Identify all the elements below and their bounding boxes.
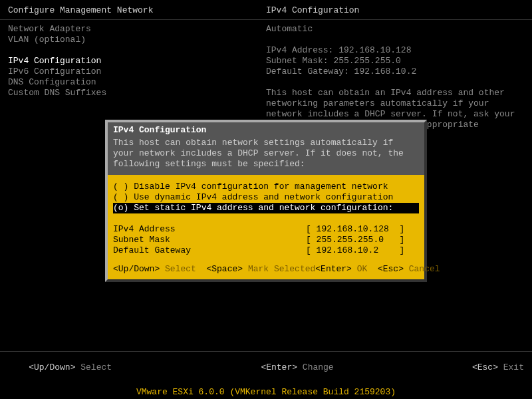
field-ipv4-address[interactable]: IPv4 Address [ 192.168.10.128 ] — [113, 224, 419, 235]
menu-spacer — [8, 45, 266, 56]
menu-item-dns[interactable]: DNS Configuration — [8, 77, 266, 88]
field-default-gateway[interactable]: Default Gateway [ 192.168.10.2 ] — [113, 245, 419, 256]
field-value[interactable]: [ 255.255.255.0 ] — [306, 235, 404, 245]
hint-updown-key: <Up/Down> — [113, 264, 160, 274]
option-marker: ( ) — [113, 182, 128, 192]
header-title-right: IPv4 Configuration — [266, 5, 524, 15]
footer-updown-action: Select — [80, 362, 112, 372]
version-bar: VMware ESXi 6.0.0 (VMKernel Release Buil… — [0, 386, 532, 399]
info-spacer — [266, 35, 524, 45]
option-dynamic-ipv4[interactable]: ( ) Use dynamic IPv4 address and network… — [113, 192, 419, 203]
field-value[interactable]: [ 192.168.10.128 ] — [306, 224, 404, 235]
info-ipv4-address: IPv4 Address: 192.168.10.128 — [266, 45, 524, 56]
menu-item-ipv6[interactable]: IPv6 Configuration — [8, 66, 266, 77]
option-label: Disable IPv4 configuration for managemen… — [134, 182, 388, 192]
header-title-left: Configure Management Network — [8, 5, 266, 15]
header-bar: Configure Management Network IPv4 Config… — [0, 0, 532, 18]
footer-enter-action: Change — [303, 362, 334, 372]
option-disable-ipv4[interactable]: ( ) Disable IPv4 configuration for manag… — [113, 182, 419, 192]
field-value[interactable]: [ 192.168.10.2 ] — [306, 245, 404, 256]
field-label: IPv4 Address — [113, 224, 306, 235]
footer-esc-action: Exit — [503, 362, 524, 372]
hint-enter-key: <Enter> — [315, 264, 352, 274]
dialog-hint-bar: <Up/Down> Select <Space> Mark Selected <… — [108, 260, 424, 279]
footer-enter-key: <Enter> — [261, 362, 297, 372]
info-mode: Automatic — [266, 24, 524, 35]
hint-esc-action: Cancel — [409, 264, 440, 274]
option-static-ipv4[interactable]: (o) Set static IPv4 address and network … — [113, 203, 419, 213]
dialog-spacer — [113, 213, 419, 224]
menu-item-custom-dns[interactable]: Custom DNS Suffixes — [8, 88, 266, 98]
footer-esc-key: <Esc> — [472, 362, 498, 372]
menu-item-network-adapters[interactable]: Network Adapters — [8, 24, 266, 35]
info-subnet-mask: Subnet Mask: 255.255.255.0 — [266, 56, 524, 66]
hint-updown-action: Select — [165, 264, 196, 274]
menu-item-ipv4[interactable]: IPv4 Configuration — [8, 56, 266, 66]
option-marker: (o) — [113, 203, 128, 213]
footer-hint-bar: <Up/Down> Select <Enter> Change <Esc> Ex… — [0, 351, 532, 384]
ipv4-config-dialog: IPv4 Configuration This host can obtain … — [105, 120, 427, 282]
menu-item-vlan[interactable]: VLAN (optional) — [8, 35, 266, 45]
separator — [0, 19, 532, 20]
option-label: Set static IPv4 address and network conf… — [134, 203, 393, 213]
dialog-title: IPv4 Configuration — [108, 122, 424, 136]
hint-space-action: Mark Selected — [248, 264, 315, 274]
field-label: Default Gateway — [113, 245, 306, 256]
dialog-body: ( ) Disable IPv4 configuration for manag… — [108, 175, 424, 260]
field-label: Subnet Mask — [113, 235, 306, 245]
dialog-description: This host can obtain network settings au… — [108, 136, 424, 175]
hint-esc-key: <Esc> — [378, 264, 404, 274]
hint-enter-action: OK — [357, 264, 368, 274]
option-label: Use dynamic IPv4 address and network con… — [134, 192, 393, 202]
footer-updown-key: <Up/Down> — [29, 362, 75, 372]
hint-space-key: <Space> — [206, 264, 243, 274]
option-marker: ( ) — [113, 192, 128, 202]
field-subnet-mask[interactable]: Subnet Mask [ 255.255.255.0 ] — [113, 235, 419, 245]
info-default-gateway: Default Gateway: 192.168.10.2 — [266, 66, 524, 77]
